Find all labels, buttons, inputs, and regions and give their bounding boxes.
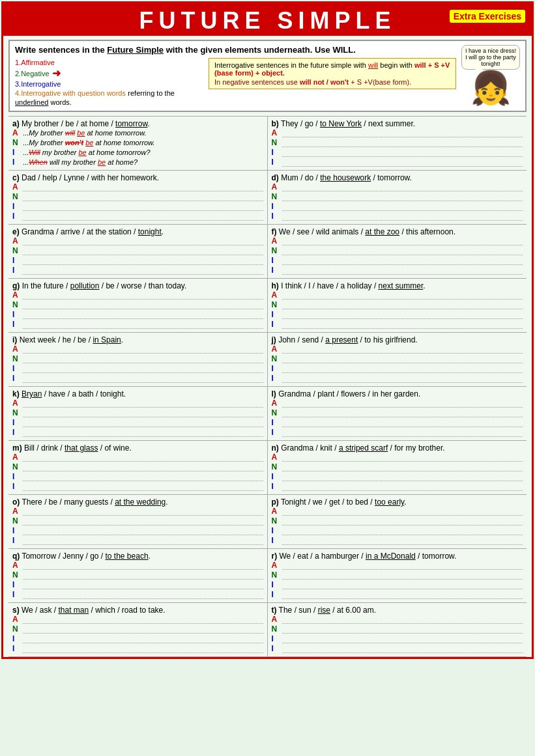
example-I1-text: ...Will my brother be at home tomorrow? (23, 148, 151, 156)
exercise-n-prompt: n) Grandma / knit / a striped scarf / fo… (272, 443, 523, 453)
page-header: FUTURE SIMPLE Extra Exercises (3, 3, 532, 36)
exercise-b-prompt: b) They / go / to New York / next summer… (272, 119, 523, 128)
exercise-r-prompt: r) We / eat / a hamburger / in a McDonal… (272, 552, 523, 561)
num-interrogative: 3.Interrogative (15, 79, 189, 89)
exercise-p: p) Tonight / we / get / to bed / too ear… (268, 495, 527, 549)
exercise-a-answer-N: N ...My brother won't be at home tomorro… (12, 138, 263, 147)
exercise-b-N: N (272, 138, 523, 147)
letter-I2: I (12, 158, 22, 167)
exercise-p-prompt: p) Tonight / we / get / to bed / too ear… (272, 497, 523, 507)
letter-I1: I (12, 148, 22, 157)
exercise-t-prompt: t) The / sun / rise / at 6.00 am. (272, 606, 523, 615)
exercise-a-answer-A: A ...My brother will be at home tomorrow… (12, 128, 263, 137)
example-N-text: ...My brother won't be at home tomorrow. (23, 139, 155, 147)
exercise-r: r) We / eat / a hamburger / in a McDonal… (268, 549, 527, 603)
exercise-c: c) Dad / help / Lynne / with her homewor… (8, 171, 268, 225)
exercise-e: e) Grandma / arrive / at the station / t… (8, 225, 268, 279)
speech-bubble: I have a nice dress! I will go to the pa… (461, 45, 520, 70)
exercise-a-label: a) My brother / be / at home / tomorrow. (12, 119, 263, 128)
num-negative: 2.Negative (15, 70, 50, 77)
exercise-l-prompt: l) Grandma / plant / flowers / in her ga… (272, 389, 523, 399)
instructions-content: Write sentences in the Future Simple wit… (15, 45, 456, 107)
page-title: FUTURE SIMPLE (139, 7, 396, 34)
exercise-b-A: A (272, 128, 523, 137)
exercise-a-answer-I2: I ...When will my brother be at home? (12, 158, 263, 167)
callout-box: Interrogative sentences in the future si… (209, 58, 456, 89)
exercise-g-prompt: g) In the future / pollution / be / wors… (12, 281, 263, 290)
exercise-d: d) Mum / do / the housework / tomorrow. … (268, 171, 527, 225)
exercise-a-prompt: My brother / be / at home / tomorrow. (22, 119, 150, 128)
exercise-l: l) Grandma / plant / flowers / in her ga… (268, 387, 527, 441)
exercise-o-prompt: o) There / be / many guests / at the wed… (12, 497, 263, 507)
exercise-k-prompt: k) Bryan / have / a bath / tonight. (12, 389, 263, 399)
cartoon-area: I have a nice dress! I will go to the pa… (461, 45, 520, 107)
callout-line2: In negative sentences use will not / won… (214, 78, 450, 86)
exercise-o: o) There / be / many guests / at the wed… (8, 495, 268, 549)
callout-line1: Interrogative sentences in the future si… (214, 61, 450, 77)
example-I2-text: ...When will my brother be at home? (23, 158, 137, 166)
example-A-text: ...My brother will be at home tomorrow. (23, 129, 147, 137)
arrow-icon: ➜ (52, 67, 61, 79)
num-affirmative: 1.Affirmative (15, 58, 189, 67)
extra-exercises-badge: Extra Exercises (450, 10, 525, 23)
exercise-f-prompt: f) We / see / wild animals / at the zoo … (272, 227, 523, 236)
exercise-f: f) We / see / wild animals / at the zoo … (268, 225, 527, 279)
exercise-a-answer-I1: I ...Will my brother be at home tomorrow… (12, 148, 263, 157)
exercise-e-prompt: e) Grandma / arrive / at the station / t… (12, 227, 263, 236)
exercise-c-prompt: c) Dad / help / Lynne / with her homewor… (12, 173, 263, 182)
exercises-grid: a) My brother / be / at home / tomorrow.… (8, 116, 527, 657)
exercise-j-prompt: j) John / send / a present / to his girl… (272, 335, 523, 344)
exercise-k: k) Bryan / have / a bath / tonight. A N … (8, 387, 268, 441)
main-instruction: Write sentences in the Future Simple wit… (15, 45, 456, 55)
exercise-h: h) I think / I / have / a holiday / next… (268, 279, 527, 333)
exercise-b-I2: I (272, 158, 523, 167)
exercise-h-prompt: h) I think / I / have / a holiday / next… (272, 281, 523, 290)
num-negative-row: 2.Negative ➜ (15, 67, 189, 79)
instructions-panel: Write sentences in the Future Simple wit… (8, 40, 527, 112)
exercise-s: s) We / ask / that man / which / road to… (8, 603, 268, 657)
exercise-q: q) Tomorrow / Jenny / go / to the beach.… (8, 549, 268, 603)
exercise-q-prompt: q) Tomorrow / Jenny / go / to the beach. (12, 552, 263, 561)
exercise-n: n) Grandma / knit / a striped scarf / fo… (268, 441, 527, 495)
exercise-t: t) The / sun / rise / at 6.00 am. A N I … (268, 603, 527, 657)
exercise-s-prompt: s) We / ask / that man / which / road to… (12, 606, 263, 615)
exercise-b: b) They / go / to New York / next summer… (268, 117, 527, 171)
exercise-i: i) Next week / he / be / in Spain. A N I… (8, 333, 268, 387)
exercise-a: a) My brother / be / at home / tomorrow.… (8, 117, 268, 171)
exercise-m: m) Bill / drink / that glass / of wine. … (8, 441, 268, 495)
letter-N: N (12, 138, 22, 147)
cartoon-figure: 👧 (461, 72, 520, 104)
exercise-g: g) In the future / pollution / be / wors… (8, 279, 268, 333)
exercise-j: j) John / send / a present / to his girl… (268, 333, 527, 387)
letter-A: A (12, 128, 22, 137)
num-interrogative-q: 4.Interrogative with question words refe… (15, 89, 189, 107)
exercise-m-prompt: m) Bill / drink / that glass / of wine. (12, 443, 263, 453)
exercise-b-I1: I (272, 148, 523, 157)
numbered-list: 1.Affirmative 2.Negative ➜ 3.Interrogati… (15, 58, 189, 107)
exercise-d-prompt: d) Mum / do / the housework / tomorrow. (272, 173, 523, 182)
exercise-i-prompt: i) Next week / he / be / in Spain. (12, 335, 263, 344)
